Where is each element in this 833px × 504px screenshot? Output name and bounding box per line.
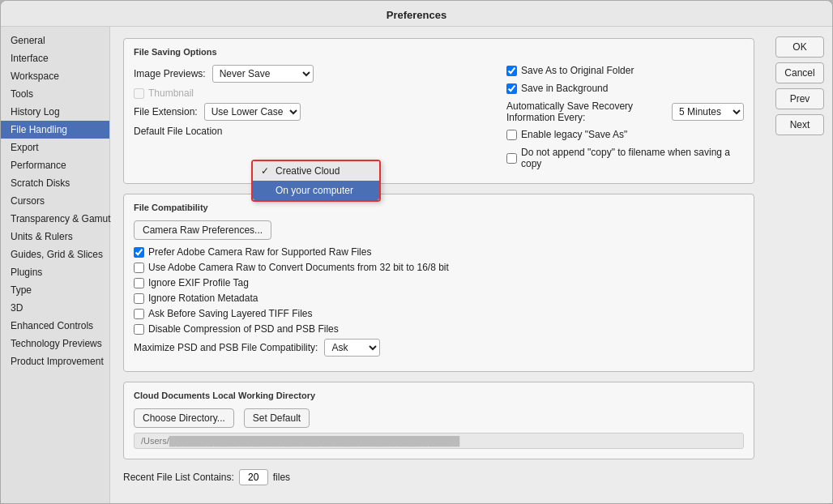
file-compatibility-section: File Compatibility Camera Raw Preference… (123, 194, 754, 372)
default-file-location-label: Default File Location (134, 126, 222, 137)
sidebar-item-transparency---gamut[interactable]: Transparency & Gamut (1, 210, 109, 228)
save-in-background-checkbox[interactable] (506, 83, 517, 94)
sidebar-item-export[interactable]: Export (1, 139, 109, 156)
file-compatibility-title: File Compatibility (134, 203, 744, 212)
sidebar-item-history-log[interactable]: History Log (1, 103, 109, 121)
ask-layered-tiff-checkbox[interactable] (134, 309, 144, 319)
save-as-original-row: Save As to Original Folder (506, 65, 744, 76)
ok-button[interactable]: OK (775, 36, 824, 58)
auto-save-label: Automatically Save Recovery Information … (506, 100, 665, 123)
preferences-dialog: Preferences GeneralInterfaceWorkspaceToo… (0, 0, 833, 504)
save-as-original-checkbox[interactable] (506, 66, 517, 76)
prefer-camera-raw-checkbox[interactable] (134, 247, 144, 258)
ignore-exif-checkbox[interactable] (134, 278, 144, 288)
maximize-label: Maximize PSD and PSB File Compatibility: (134, 342, 318, 353)
ask-layered-tiff-row: Ask Before Saving Layered TIFF Files (134, 308, 744, 319)
maximize-compatibility-row: Maximize PSD and PSB File Compatibility:… (134, 339, 744, 357)
sidebar-item-scratch-disks[interactable]: Scratch Disks (1, 174, 109, 192)
cloud-documents-section: Cloud Documents Local Working Directory … (123, 382, 754, 459)
sidebar-item-cursors[interactable]: Cursors (1, 192, 109, 210)
no-copy-append-label: Do not append "copy" to filename when sa… (521, 147, 744, 169)
ignore-exif-row: Ignore EXIF Profile Tag (134, 277, 744, 288)
ask-layered-tiff-label: Ask Before Saving Layered TIFF Files (148, 308, 313, 319)
enable-legacy-row: Enable legacy "Save As" (506, 129, 744, 140)
use-camera-raw-convert-checkbox[interactable] (134, 263, 144, 273)
cloud-buttons-row: Choose Directory... Set Default (134, 408, 744, 428)
next-button[interactable]: Next (775, 114, 824, 135)
sidebar-item-general[interactable]: General (1, 32, 109, 49)
use-camera-raw-convert-label: Use Adobe Camera Raw to Convert Document… (148, 262, 449, 273)
creative-cloud-label: Creative Cloud (276, 165, 340, 177)
auto-save-select[interactable]: 5 Minutes 1 Minute 10 Minutes 15 Minutes… (672, 103, 744, 121)
set-default-button[interactable]: Set Default (244, 408, 310, 428)
sidebar-item-type[interactable]: Type (1, 281, 109, 299)
right-checkboxes: Save As to Original Folder Save in Backg… (506, 65, 744, 173)
file-extension-label: File Extension: (134, 106, 198, 117)
image-previews-select[interactable]: Never Save Always Save Ask When Saving (212, 65, 314, 83)
file-saving-title: File Saving Options (134, 47, 744, 57)
sidebar-item-3d[interactable]: 3D (1, 299, 109, 317)
prefer-camera-raw-row: Prefer Adobe Camera Raw for Supported Ra… (134, 246, 744, 258)
file-saving-section: File Saving Options Image Previews: Neve… (123, 38, 754, 184)
recent-file-input[interactable] (239, 469, 268, 485)
no-copy-append-checkbox[interactable] (506, 153, 517, 164)
sidebar-item-technology-previews[interactable]: Technology Previews (1, 335, 109, 352)
creative-cloud-option[interactable]: ✓ Creative Cloud (253, 161, 379, 181)
image-previews-label: Image Previews: (134, 68, 206, 79)
image-previews-row: Image Previews: Never Save Always Save A… (134, 65, 490, 83)
thumbnail-checkbox[interactable] (134, 88, 144, 99)
prev-button[interactable]: Prev (775, 88, 824, 109)
sidebar-item-enhanced-controls[interactable]: Enhanced Controls (1, 317, 109, 335)
sidebar-item-tools[interactable]: Tools (1, 85, 109, 103)
thumbnail-label: Thumbnail (148, 88, 194, 99)
file-saving-left: Image Previews: Never Save Always Save A… (134, 65, 490, 173)
auto-save-row: Automatically Save Recovery Information … (506, 100, 744, 123)
dialog-title: Preferences (1, 1, 832, 27)
cloud-path-redacted: ████████████████████████████████████████… (169, 436, 460, 446)
save-in-background-row: Save in Background (506, 83, 744, 94)
sidebar-item-workspace[interactable]: Workspace (1, 67, 109, 85)
checkmark-icon: ✓ (261, 165, 272, 177)
disable-compression-label: Disable Compression of PSD and PSB Files (148, 323, 339, 335)
file-saving-right: Save As to Original Folder Save in Backg… (490, 65, 744, 173)
on-computer-option[interactable]: On your computer (253, 181, 379, 200)
save-as-original-label: Save As to Original Folder (521, 65, 634, 76)
no-copy-append-row: Do not append "copy" to filename when sa… (506, 147, 744, 169)
recent-file-row: Recent File List Contains: files (123, 469, 754, 485)
ignore-rotation-checkbox[interactable] (134, 293, 144, 304)
choose-directory-button[interactable]: Choose Directory... (134, 408, 234, 428)
action-buttons-panel: OK Cancel Prev Next (767, 27, 832, 503)
cloud-path-text: /Users/ (141, 436, 169, 446)
sidebar-item-performance[interactable]: Performance (1, 156, 109, 174)
cancel-button[interactable]: Cancel (775, 62, 824, 83)
sidebar-item-product-improvement[interactable]: Product Improvement (1, 352, 109, 370)
dialog-body: GeneralInterfaceWorkspaceToolsHistory Lo… (1, 27, 832, 503)
sidebar-item-units---rulers[interactable]: Units & Rulers (1, 228, 109, 246)
cloud-documents-title: Cloud Documents Local Working Directory (134, 391, 744, 400)
disable-compression-row: Disable Compression of PSD and PSB Files (134, 323, 744, 335)
ignore-rotation-row: Ignore Rotation Metadata (134, 293, 744, 304)
default-file-location-row: Default File Location ✓ Creative Cloud O… (134, 126, 490, 137)
recent-file-label-prefix: Recent File List Contains: (123, 472, 234, 483)
recent-file-label-suffix: files (273, 472, 290, 483)
sidebar-item-guides--grid---slices[interactable]: Guides, Grid & Slices (1, 246, 109, 263)
on-computer-label: On your computer (276, 185, 353, 196)
sidebar-item-file-handling[interactable]: File Handling (1, 121, 109, 139)
main-content: File Saving Options Image Previews: Neve… (110, 27, 767, 503)
disable-compression-checkbox[interactable] (134, 324, 144, 335)
maximize-select[interactable]: Ask Never Always (324, 339, 380, 357)
ignore-rotation-label: Ignore Rotation Metadata (148, 293, 258, 304)
camera-raw-preferences-button[interactable]: Camera Raw Preferences... (134, 220, 271, 240)
enable-legacy-checkbox[interactable] (506, 130, 517, 140)
sidebar-item-interface[interactable]: Interface (1, 49, 109, 67)
file-extension-select[interactable]: Use Lower Case Use Upper Case (204, 103, 301, 121)
thumbnail-row: Thumbnail (134, 88, 490, 99)
prefer-camera-raw-label: Prefer Adobe Camera Raw for Supported Ra… (148, 246, 371, 258)
sidebar-item-plugins[interactable]: Plugins (1, 263, 109, 281)
ignore-exif-label: Ignore EXIF Profile Tag (148, 277, 249, 288)
save-in-background-label: Save in Background (521, 83, 608, 94)
use-camera-raw-convert-row: Use Adobe Camera Raw to Convert Document… (134, 262, 744, 273)
file-location-dropdown[interactable]: ✓ Creative Cloud On your computer (251, 160, 381, 202)
cloud-path-display: /Users/█████████████████████████████████… (134, 433, 744, 449)
enable-legacy-label: Enable legacy "Save As" (521, 129, 627, 140)
